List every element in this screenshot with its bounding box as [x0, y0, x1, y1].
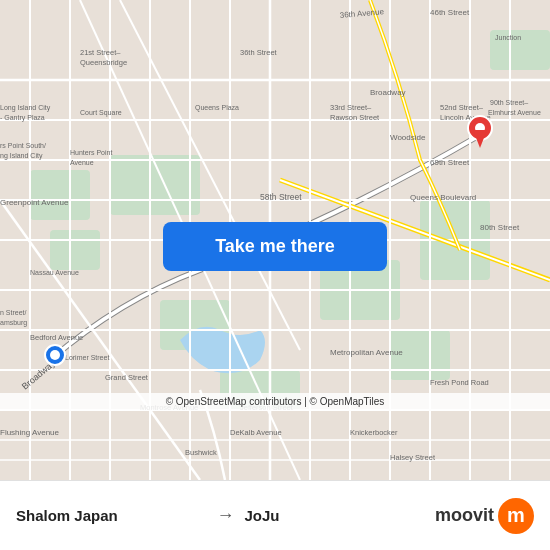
- svg-text:Fresh Pond Road: Fresh Pond Road: [430, 378, 489, 387]
- map-attribution: © OpenStreetMap contributors | © OpenMap…: [0, 393, 550, 410]
- svg-text:rs Point South/: rs Point South/: [0, 142, 46, 149]
- svg-text:Bushwick: Bushwick: [185, 448, 217, 457]
- moovit-text: moovit: [435, 505, 494, 526]
- svg-text:- Gantry Plaza: - Gantry Plaza: [0, 114, 45, 122]
- moovit-logo: moovit m: [435, 498, 534, 534]
- moovit-icon: m: [498, 498, 534, 534]
- svg-text:36th Street: 36th Street: [240, 48, 278, 57]
- svg-text:Nassau Avenue: Nassau Avenue: [30, 269, 79, 276]
- svg-text:Lorimer Street: Lorimer Street: [65, 354, 109, 361]
- svg-text:Metropolitan Avenue: Metropolitan Avenue: [330, 348, 403, 357]
- svg-text:Elmhurst Avenue: Elmhurst Avenue: [488, 109, 541, 116]
- svg-text:DeKalb Avenue: DeKalb Avenue: [230, 428, 282, 437]
- svg-text:ng Island City: ng Island City: [0, 152, 43, 160]
- svg-text:90th Street–: 90th Street–: [490, 99, 528, 106]
- svg-text:Knickerbocker: Knickerbocker: [350, 428, 398, 437]
- to-location: JoJu: [245, 507, 436, 524]
- svg-text:Long Island City: Long Island City: [0, 104, 51, 112]
- svg-text:Broadway: Broadway: [370, 88, 406, 97]
- svg-text:Grand Street: Grand Street: [105, 373, 149, 382]
- svg-text:Queens Plaza: Queens Plaza: [195, 104, 239, 112]
- svg-text:Junction: Junction: [495, 34, 521, 41]
- svg-text:Rawson Street: Rawson Street: [330, 113, 380, 122]
- svg-text:Queens Boulevard: Queens Boulevard: [410, 193, 476, 202]
- svg-point-79: [50, 350, 60, 360]
- svg-text:Halsey Street: Halsey Street: [390, 453, 436, 462]
- svg-text:Greenpoint Avenue: Greenpoint Avenue: [0, 198, 69, 207]
- arrow-icon: →: [217, 505, 235, 526]
- svg-rect-2: [30, 170, 90, 220]
- svg-text:69th Street: 69th Street: [430, 158, 470, 167]
- bottom-bar: Shalom Japan → JoJu moovit m: [0, 480, 550, 550]
- svg-text:Bedford Avenue: Bedford Avenue: [30, 333, 83, 342]
- svg-text:52nd Street–: 52nd Street–: [440, 103, 484, 112]
- svg-text:Court Square: Court Square: [80, 109, 122, 117]
- svg-text:46th Street: 46th Street: [430, 8, 470, 17]
- svg-text:21st Street–: 21st Street–: [80, 48, 121, 57]
- from-location: Shalom Japan: [16, 507, 207, 524]
- svg-text:amsburg: amsburg: [0, 319, 27, 327]
- take-me-there-button[interactable]: Take me there: [163, 222, 387, 271]
- svg-text:Flushing Avenue: Flushing Avenue: [0, 428, 60, 437]
- svg-text:Hunters Point: Hunters Point: [70, 149, 112, 156]
- svg-text:n Street/: n Street/: [0, 309, 27, 316]
- svg-rect-1: [50, 230, 100, 270]
- svg-text:Queensbridge: Queensbridge: [80, 58, 127, 67]
- svg-text:80th Street: 80th Street: [480, 223, 520, 232]
- map-container: 36th Avenue 46th Street 21st Street– Que…: [0, 0, 550, 480]
- svg-text:Woodside: Woodside: [390, 133, 426, 142]
- svg-text:Avenue: Avenue: [70, 159, 94, 166]
- svg-text:58th Street: 58th Street: [260, 192, 302, 202]
- svg-text:33rd Street–: 33rd Street–: [330, 103, 372, 112]
